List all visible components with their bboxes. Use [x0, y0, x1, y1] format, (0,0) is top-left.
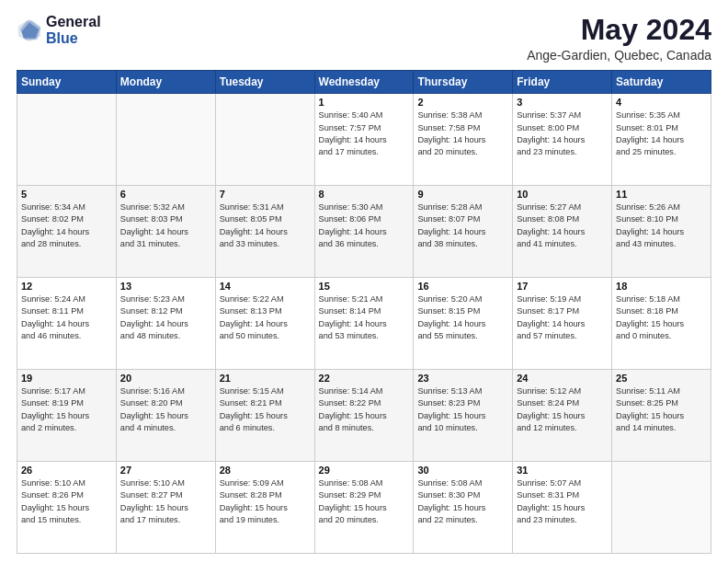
table-row: 21Sunrise: 5:15 AMSunset: 8:21 PMDayligh… [215, 370, 314, 462]
day-info: Sunrise: 5:13 AMSunset: 8:23 PMDaylight:… [417, 385, 508, 434]
day-info: Sunrise: 5:20 AMSunset: 8:15 PMDaylight:… [417, 293, 508, 342]
table-row: 22Sunrise: 5:14 AMSunset: 8:22 PMDayligh… [314, 370, 414, 462]
day-number: 13 [120, 281, 211, 292]
table-row: 20Sunrise: 5:16 AMSunset: 8:20 PMDayligh… [116, 370, 215, 462]
table-row: 4Sunrise: 5:35 AMSunset: 8:01 PMDaylight… [612, 94, 711, 186]
table-row: 15Sunrise: 5:21 AMSunset: 8:14 PMDayligh… [314, 278, 414, 370]
table-row: 8Sunrise: 5:30 AMSunset: 8:06 PMDaylight… [314, 186, 414, 278]
day-info: Sunrise: 5:35 AMSunset: 8:01 PMDaylight:… [616, 109, 707, 158]
day-info: Sunrise: 5:38 AMSunset: 7:58 PMDaylight:… [417, 109, 508, 158]
day-info: Sunrise: 5:31 AMSunset: 8:05 PMDaylight:… [220, 201, 311, 250]
day-info: Sunrise: 5:10 AMSunset: 8:26 PMDaylight:… [21, 477, 112, 526]
calendar-header-row: Sunday Monday Tuesday Wednesday Thursday… [17, 71, 711, 94]
header: General Blue May 2024 Ange-Gardien, Queb… [17, 14, 711, 63]
table-row: 17Sunrise: 5:19 AMSunset: 8:17 PMDayligh… [513, 278, 612, 370]
day-number: 15 [319, 281, 410, 292]
day-info: Sunrise: 5:10 AMSunset: 8:27 PMDaylight:… [120, 477, 211, 526]
day-number: 19 [21, 373, 112, 384]
day-number: 6 [120, 189, 211, 200]
col-tuesday: Tuesday [215, 71, 314, 94]
day-info: Sunrise: 5:08 AMSunset: 8:29 PMDaylight:… [319, 477, 410, 526]
day-info: Sunrise: 5:40 AMSunset: 7:57 PMDaylight:… [319, 109, 410, 158]
day-number: 25 [616, 373, 707, 384]
table-row: 1Sunrise: 5:40 AMSunset: 7:57 PMDaylight… [314, 94, 414, 186]
day-info: Sunrise: 5:12 AMSunset: 8:24 PMDaylight:… [517, 385, 608, 434]
day-number: 22 [319, 373, 410, 384]
day-number: 29 [319, 465, 410, 476]
subtitle: Ange-Gardien, Quebec, Canada [527, 48, 711, 63]
day-info: Sunrise: 5:16 AMSunset: 8:20 PMDaylight:… [120, 385, 211, 434]
main-title: May 2024 [527, 14, 711, 46]
table-row: 13Sunrise: 5:23 AMSunset: 8:12 PMDayligh… [116, 278, 215, 370]
table-row: 18Sunrise: 5:18 AMSunset: 8:18 PMDayligh… [612, 278, 711, 370]
table-row: 11Sunrise: 5:26 AMSunset: 8:10 PMDayligh… [612, 186, 711, 278]
table-row: 23Sunrise: 5:13 AMSunset: 8:23 PMDayligh… [414, 370, 513, 462]
table-row: 29Sunrise: 5:08 AMSunset: 8:29 PMDayligh… [314, 462, 414, 554]
logo-blue: Blue [46, 30, 101, 47]
day-number: 26 [21, 465, 112, 476]
logo-text: General Blue [46, 14, 101, 46]
day-number: 24 [517, 373, 608, 384]
table-row: 26Sunrise: 5:10 AMSunset: 8:26 PMDayligh… [17, 462, 117, 554]
day-number: 1 [319, 97, 410, 108]
day-number: 21 [220, 373, 311, 384]
day-number: 27 [120, 465, 211, 476]
day-info: Sunrise: 5:23 AMSunset: 8:12 PMDaylight:… [120, 293, 211, 342]
day-number: 11 [616, 189, 707, 200]
day-info: Sunrise: 5:09 AMSunset: 8:28 PMDaylight:… [220, 477, 311, 526]
table-row: 14Sunrise: 5:22 AMSunset: 8:13 PMDayligh… [215, 278, 314, 370]
day-number: 28 [220, 465, 311, 476]
table-row: 9Sunrise: 5:28 AMSunset: 8:07 PMDaylight… [414, 186, 513, 278]
col-saturday: Saturday [612, 71, 711, 94]
day-info: Sunrise: 5:32 AMSunset: 8:03 PMDaylight:… [120, 201, 211, 250]
day-info: Sunrise: 5:27 AMSunset: 8:08 PMDaylight:… [517, 201, 608, 250]
day-info: Sunrise: 5:18 AMSunset: 8:18 PMDaylight:… [616, 293, 707, 342]
calendar-week-row: 12Sunrise: 5:24 AMSunset: 8:11 PMDayligh… [17, 278, 711, 370]
day-info: Sunrise: 5:07 AMSunset: 8:31 PMDaylight:… [517, 477, 608, 526]
table-row: 28Sunrise: 5:09 AMSunset: 8:28 PMDayligh… [215, 462, 314, 554]
logo: General Blue [17, 14, 101, 46]
day-number: 23 [417, 373, 508, 384]
table-row: 16Sunrise: 5:20 AMSunset: 8:15 PMDayligh… [414, 278, 513, 370]
day-info: Sunrise: 5:11 AMSunset: 8:25 PMDaylight:… [616, 385, 707, 434]
day-info: Sunrise: 5:24 AMSunset: 8:11 PMDaylight:… [21, 293, 112, 342]
day-info: Sunrise: 5:21 AMSunset: 8:14 PMDaylight:… [319, 293, 410, 342]
table-row: 5Sunrise: 5:34 AMSunset: 8:02 PMDaylight… [17, 186, 117, 278]
table-row: 19Sunrise: 5:17 AMSunset: 8:19 PMDayligh… [17, 370, 117, 462]
calendar-week-row: 19Sunrise: 5:17 AMSunset: 8:19 PMDayligh… [17, 370, 711, 462]
day-number: 4 [616, 97, 707, 108]
table-row: 25Sunrise: 5:11 AMSunset: 8:25 PMDayligh… [612, 370, 711, 462]
col-wednesday: Wednesday [314, 71, 414, 94]
day-number: 30 [417, 465, 508, 476]
calendar-week-row: 26Sunrise: 5:10 AMSunset: 8:26 PMDayligh… [17, 462, 711, 554]
day-number: 20 [120, 373, 211, 384]
col-friday: Friday [513, 71, 612, 94]
day-number: 18 [616, 281, 707, 292]
table-row [116, 94, 215, 186]
logo-icon [17, 17, 42, 43]
day-info: Sunrise: 5:34 AMSunset: 8:02 PMDaylight:… [21, 201, 112, 250]
day-number: 7 [220, 189, 311, 200]
day-number: 3 [517, 97, 608, 108]
col-monday: Monday [116, 71, 215, 94]
table-row [612, 462, 711, 554]
day-number: 8 [319, 189, 410, 200]
table-row: 31Sunrise: 5:07 AMSunset: 8:31 PMDayligh… [513, 462, 612, 554]
day-info: Sunrise: 5:19 AMSunset: 8:17 PMDaylight:… [517, 293, 608, 342]
day-number: 2 [417, 97, 508, 108]
col-sunday: Sunday [17, 71, 117, 94]
day-info: Sunrise: 5:26 AMSunset: 8:10 PMDaylight:… [616, 201, 707, 250]
day-info: Sunrise: 5:08 AMSunset: 8:30 PMDaylight:… [417, 477, 508, 526]
calendar-week-row: 1Sunrise: 5:40 AMSunset: 7:57 PMDaylight… [17, 94, 711, 186]
col-thursday: Thursday [414, 71, 513, 94]
table-row: 27Sunrise: 5:10 AMSunset: 8:27 PMDayligh… [116, 462, 215, 554]
table-row [17, 94, 117, 186]
table-row: 12Sunrise: 5:24 AMSunset: 8:11 PMDayligh… [17, 278, 117, 370]
day-info: Sunrise: 5:30 AMSunset: 8:06 PMDaylight:… [319, 201, 410, 250]
day-number: 17 [517, 281, 608, 292]
logo-general: General [46, 14, 101, 30]
table-row: 30Sunrise: 5:08 AMSunset: 8:30 PMDayligh… [414, 462, 513, 554]
table-row: 7Sunrise: 5:31 AMSunset: 8:05 PMDaylight… [215, 186, 314, 278]
table-row: 10Sunrise: 5:27 AMSunset: 8:08 PMDayligh… [513, 186, 612, 278]
table-row: 24Sunrise: 5:12 AMSunset: 8:24 PMDayligh… [513, 370, 612, 462]
